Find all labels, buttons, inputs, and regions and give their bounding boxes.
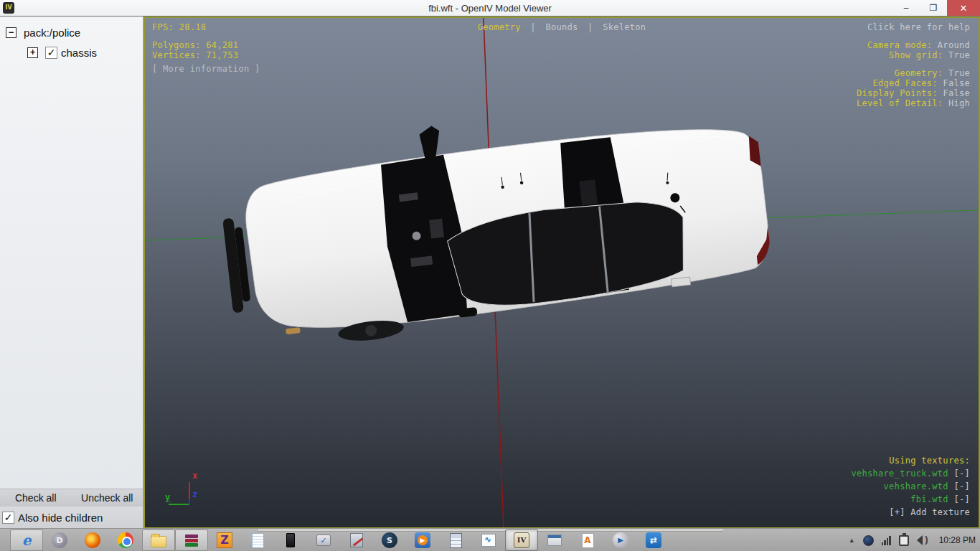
axis-gizmo: x y z	[165, 474, 201, 513]
check-all-button[interactable]: Check all	[0, 492, 72, 504]
collapse-icon[interactable]: −	[6, 27, 17, 38]
help-link[interactable]: Click here for help	[857, 22, 970, 32]
battery-icon[interactable]	[899, 535, 909, 546]
axis-z-icon	[189, 499, 190, 505]
textures-header: Using textures:	[851, 456, 970, 468]
axis-z-label: z	[192, 489, 197, 499]
also-hide-children-row: ✓ Also hide children	[0, 507, 143, 529]
taskbar-window-app-icon[interactable]	[538, 529, 571, 551]
taskbar-calculator-icon[interactable]	[439, 529, 472, 551]
level-of-detail-setting[interactable]: Level of Detail: High	[857, 98, 970, 108]
chassis-checkbox[interactable]: ✓	[45, 47, 57, 59]
taskbar-winrar-icon[interactable]	[175, 529, 208, 551]
axis-x-label: x	[192, 471, 197, 481]
texture-remove-button[interactable]: [-]	[953, 481, 970, 491]
taskbar-file-explorer-icon[interactable]	[142, 529, 175, 551]
model-tree-panel: − pack:/police + ✓ chassis Check all Unc…	[0, 17, 143, 529]
polygons-readout: Polygons: 64,281	[152, 40, 260, 50]
tray-app-icon[interactable]	[863, 535, 874, 546]
show-hidden-icons-button[interactable]: ▲	[849, 537, 855, 544]
taskbar-zmodeler-icon[interactable]: Z	[208, 529, 241, 551]
close-button[interactable]: ✕	[947, 0, 980, 16]
taskbar-media-player-classic-icon[interactable]	[406, 529, 439, 551]
textures-overlay: Using textures: vehshare_truck.wtd [-] v…	[851, 456, 970, 520]
more-information-link[interactable]: [ More information ]	[152, 64, 260, 74]
taskbar-wordpad-icon[interactable]: A	[571, 529, 604, 551]
settings-overlay: Click here for help Camera mode: Around …	[857, 22, 970, 108]
tree-item-root[interactable]: − pack:/police	[0, 22, 143, 42]
tab-geometry[interactable]: Geometry	[478, 22, 521, 32]
display-points-setting[interactable]: Display Points: False	[857, 88, 970, 98]
taskbar-image-editor-icon[interactable]	[340, 529, 373, 551]
edged-faces-setting[interactable]: Edged Faces: False	[857, 78, 970, 88]
taskbar: e D Z ✓ S IV A ▶ ⇄ ▲	[0, 528, 980, 551]
tree-item-chassis-label[interactable]: chassis	[61, 47, 97, 59]
network-icon[interactable]	[882, 536, 891, 545]
model-tree: − pack:/police + ✓ chassis	[0, 17, 143, 62]
vertices-readout: Vertices: 71,753	[152, 50, 260, 60]
tab-bounds[interactable]: Bounds	[545, 22, 578, 32]
window-title: fbi.wft - OpenIV Model Viewer	[0, 3, 980, 14]
scene-canvas	[145, 18, 979, 527]
clock[interactable]: 10:28 PM	[936, 535, 976, 545]
title-bar: IV fbi.wft - OpenIV Model Viewer – ❐ ✕	[0, 0, 980, 16]
texture-row: vehshare.wtd [-]	[851, 481, 970, 494]
tab-separator: |	[588, 22, 593, 32]
minimize-button[interactable]: –	[892, 0, 920, 16]
taskbar-media-player-icon[interactable]: ▶	[604, 529, 637, 551]
license-plate	[672, 277, 691, 287]
axis-y-label: y	[165, 492, 170, 502]
texture-remove-button[interactable]: [-]	[953, 494, 970, 504]
texture-remove-button[interactable]: [-]	[953, 468, 970, 479]
taskbar-chrome-icon[interactable]	[109, 529, 142, 551]
tree-item-chassis[interactable]: + ✓ chassis	[0, 42, 143, 62]
taskbar-steam-icon[interactable]: S	[373, 529, 406, 551]
show-grid-setting[interactable]: Show grid: True	[857, 50, 970, 60]
texture-name[interactable]: vehshare_truck.wtd	[851, 468, 948, 479]
also-hide-children-label: Also hide children	[18, 512, 103, 524]
taskbar-client-app-icon[interactable]	[274, 529, 307, 551]
tree-item-root-label[interactable]: pack:/police	[24, 27, 80, 39]
camera-mode-setting[interactable]: Camera mode: Around	[857, 40, 970, 50]
taskbar-firefox-icon[interactable]	[76, 529, 109, 551]
also-hide-children-checkbox[interactable]: ✓	[2, 512, 14, 524]
geometry-setting[interactable]: Geometry: True	[857, 68, 970, 78]
taskbar-chart-app-icon[interactable]	[472, 529, 505, 551]
taskbar-daemon-tools-icon[interactable]: D	[43, 529, 76, 551]
tree-buttons-bar: Check all Uncheck all	[0, 489, 143, 507]
axis-y-icon	[169, 504, 189, 505]
uncheck-all-button[interactable]: Uncheck all	[72, 492, 143, 504]
taskbar-teamviewer-icon[interactable]: ⇄	[637, 529, 670, 551]
texture-name[interactable]: vehshare.wtd	[884, 481, 948, 491]
texture-row: fbi.wtd [-]	[851, 494, 970, 507]
add-texture-button[interactable]: [+] Add texture	[851, 507, 970, 520]
front-marker	[286, 327, 301, 334]
tab-separator: |	[530, 22, 536, 32]
volume-icon[interactable]	[917, 535, 928, 545]
taskbar-system-monitor-icon[interactable]: ✓	[307, 529, 340, 551]
system-tray: ▲ 10:28 PM	[849, 529, 976, 551]
taskbar-internet-explorer-icon[interactable]: e	[10, 529, 43, 551]
taskbar-notepad-icon[interactable]	[241, 529, 274, 551]
3d-viewport[interactable]: FPS: 28.18 Polygons: 64,281 Vertices: 71…	[143, 17, 980, 529]
expand-icon[interactable]: +	[27, 47, 38, 58]
app-icon: IV	[3, 2, 14, 14]
restore-button[interactable]: ❐	[920, 0, 947, 16]
view-mode-tabs: Geometry | Bounds | Skeleton	[145, 22, 979, 32]
taskbar-openiv-icon[interactable]: IV	[505, 529, 538, 551]
texture-row: vehshare_truck.wtd [-]	[851, 468, 970, 481]
screen: IV fbi.wft - OpenIV Model Viewer – ❐ ✕ −…	[0, 0, 980, 551]
texture-name[interactable]: fbi.wtd	[910, 494, 948, 504]
tab-skeleton[interactable]: Skeleton	[603, 22, 646, 32]
